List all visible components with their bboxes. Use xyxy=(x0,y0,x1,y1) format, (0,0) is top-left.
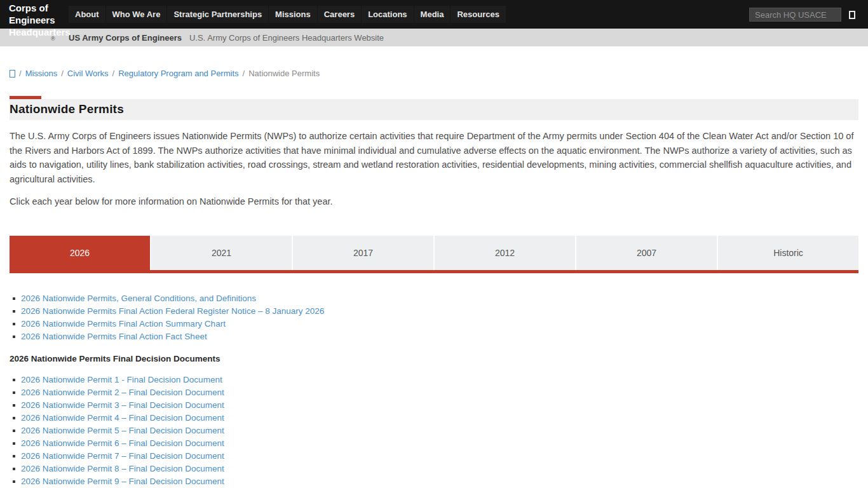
list-item: 2026 Nationwide Permits, General Conditi… xyxy=(10,292,858,305)
tab-historic[interactable]: Historic xyxy=(718,236,858,270)
link-permit-8-decision[interactable]: 2026 Nationwide Permit 8 – Final Decisio… xyxy=(21,464,224,473)
logo-line-1: Corps of xyxy=(9,2,79,14)
list-item: 2026 Nationwide Permits Final Action Fed… xyxy=(10,305,858,318)
nav-item-missions[interactable]: Missions xyxy=(269,6,317,23)
nav-item-strategic-partnerships[interactable]: Strategic Partnerships xyxy=(167,6,268,23)
list-item: 2026 Nationwide Permit 2 – Final Decisio… xyxy=(10,386,858,399)
list-item: 2026 Nationwide Permits Final Action Sum… xyxy=(10,318,858,330)
breadcrumb-separator: / xyxy=(112,69,115,78)
breadcrumb-link-regulatory-program[interactable]: Regulatory Program and Permits xyxy=(118,69,238,78)
list-item: 2026 Nationwide Permit 9 – Final Decisio… xyxy=(10,475,858,488)
instruction-paragraph: Click each year below for more informati… xyxy=(10,196,858,207)
site-identity-bar: ® US Army Corps of Engineers U.S. Army C… xyxy=(0,29,868,46)
tab-2026[interactable]: 2026 xyxy=(10,236,150,270)
link-permit-9-decision[interactable]: 2026 Nationwide Permit 9 – Final Decisio… xyxy=(21,477,224,486)
general-links-list: 2026 Nationwide Permits, General Conditi… xyxy=(10,292,858,343)
nav-item-locations[interactable]: Locations xyxy=(362,6,413,23)
list-item: 2026 Nationwide Permits Final Action Fac… xyxy=(10,330,858,343)
link-general-conditions[interactable]: 2026 Nationwide Permits, General Conditi… xyxy=(21,294,256,303)
link-summary-chart[interactable]: 2026 Nationwide Permits Final Action Sum… xyxy=(21,319,226,329)
list-item: 2026 Nationwide Permit 6 – Final Decisio… xyxy=(10,437,858,450)
tab-2017[interactable]: 2017 xyxy=(293,236,433,270)
link-permit-7-decision[interactable]: 2026 Nationwide Permit 7 – Final Decisio… xyxy=(21,451,224,461)
list-item: 2026 Nationwide Permit 3 – Final Decisio… xyxy=(10,399,858,412)
link-permit-5-decision[interactable]: 2026 Nationwide Permit 5 – Final Decisio… xyxy=(21,426,224,435)
link-federal-register-notice[interactable]: 2026 Nationwide Permits Final Action Fed… xyxy=(21,306,324,316)
intro-paragraph: The U.S. Army Corps of Engineers issues … xyxy=(10,129,858,186)
home-icon[interactable] xyxy=(10,70,15,78)
search-button[interactable] xyxy=(845,8,859,22)
breadcrumb-separator: / xyxy=(61,69,64,78)
list-item: 2026 Nationwide Permit 4 – Final Decisio… xyxy=(10,412,858,424)
logo-line-3: Headquarters xyxy=(9,26,79,38)
link-permit-4-decision[interactable]: 2026 Nationwide Permit 4 – Final Decisio… xyxy=(21,413,224,423)
link-permit-6-decision[interactable]: 2026 Nationwide Permit 6 – Final Decisio… xyxy=(21,438,224,448)
organization-name: US Army Corps of Engineers xyxy=(69,33,182,43)
breadcrumb-separator: / xyxy=(243,69,245,78)
breadcrumb: / Missions / Civil Works / Regulatory Pr… xyxy=(10,69,858,78)
list-item: 2026 Nationwide Permit 5 – Final Decisio… xyxy=(10,424,858,437)
tab-2007[interactable]: 2007 xyxy=(576,236,717,270)
nav-item-who-we-are[interactable]: Who We Are xyxy=(106,6,167,23)
site-logo[interactable]: Corps of Engineers Headquarters xyxy=(9,2,79,38)
breadcrumb-current: Nationwide Permits xyxy=(248,69,320,78)
search-input[interactable] xyxy=(749,8,841,22)
top-navigation-bar: Corps of Engineers Headquarters About Wh… xyxy=(0,0,868,29)
tab-2021[interactable]: 2021 xyxy=(151,236,292,270)
main-nav: About Who We Are Strategic Partnerships … xyxy=(69,0,506,29)
nav-item-careers[interactable]: Careers xyxy=(318,6,361,23)
section-heading: 2026 Nationwide Permits Final Decision D… xyxy=(10,354,858,363)
tab-2012[interactable]: 2012 xyxy=(435,236,575,270)
nav-item-resources[interactable]: Resources xyxy=(451,6,505,23)
list-item: 2026 Nationwide Permit 8 – Final Decisio… xyxy=(10,463,858,475)
nav-item-media[interactable]: Media xyxy=(414,6,451,23)
breadcrumb-link-missions[interactable]: Missions xyxy=(25,69,58,78)
list-item: 2026 Nationwide Permit 7 – Final Decisio… xyxy=(10,450,858,463)
link-permit-2-decision[interactable]: 2026 Nationwide Permit 2 – Final Decisio… xyxy=(21,388,224,397)
logo-line-2: Engineers xyxy=(9,14,79,26)
decision-documents-list: 2026 Nationwide Permit 1 - Final Decisio… xyxy=(10,374,858,488)
link-fact-sheet[interactable]: 2026 Nationwide Permits Final Action Fac… xyxy=(21,332,207,341)
site-name: U.S. Army Corps of Engineers Headquarter… xyxy=(189,33,384,43)
breadcrumb-separator: / xyxy=(19,69,22,78)
search-area xyxy=(749,8,859,22)
main-content: / Missions / Civil Works / Regulatory Pr… xyxy=(0,69,868,488)
breadcrumb-link-civil-works[interactable]: Civil Works xyxy=(67,69,109,78)
list-item: 2026 Nationwide Permit 1 - Final Decisio… xyxy=(10,374,858,386)
page-title: Nationwide Permits xyxy=(10,102,858,116)
year-tabs: 2026 2021 2017 2012 2007 Historic xyxy=(10,236,858,273)
link-permit-1-decision[interactable]: 2026 Nationwide Permit 1 - Final Decisio… xyxy=(21,375,222,384)
search-icon xyxy=(849,11,855,19)
link-permit-3-decision[interactable]: 2026 Nationwide Permit 3 – Final Decisio… xyxy=(21,400,224,410)
title-band: Nationwide Permits xyxy=(10,99,858,120)
